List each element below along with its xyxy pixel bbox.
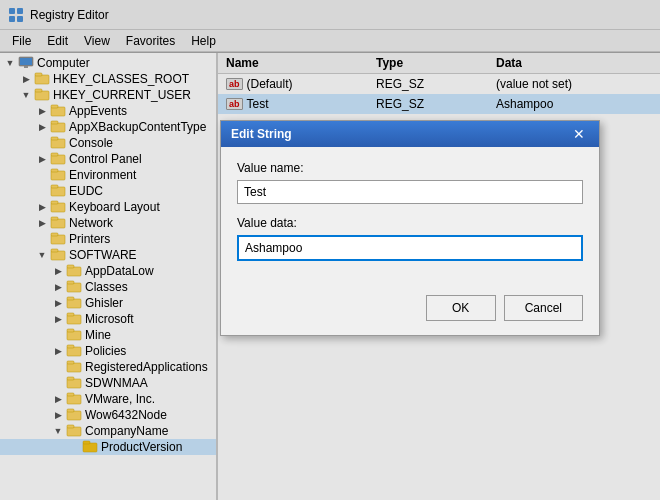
dialog-body: Value name: Value data: <box>221 147 599 287</box>
cancel-button[interactable]: Cancel <box>504 295 583 321</box>
value-data-input[interactable] <box>237 235 583 261</box>
dialog-buttons: OK Cancel <box>221 287 599 335</box>
dialog-title: Edit String <box>231 127 292 141</box>
value-data-label: Value data: <box>237 216 583 230</box>
dialog-close-button[interactable]: ✕ <box>569 127 589 141</box>
value-name-input[interactable] <box>237 180 583 204</box>
ok-button[interactable]: OK <box>426 295 496 321</box>
edit-string-dialog: Edit String ✕ Value name: Value data: OK… <box>220 120 600 336</box>
value-name-label: Value name: <box>237 161 583 175</box>
dialog-title-bar: Edit String ✕ <box>221 121 599 147</box>
dialog-overlay: Edit String ✕ Value name: Value data: OK… <box>0 0 660 500</box>
